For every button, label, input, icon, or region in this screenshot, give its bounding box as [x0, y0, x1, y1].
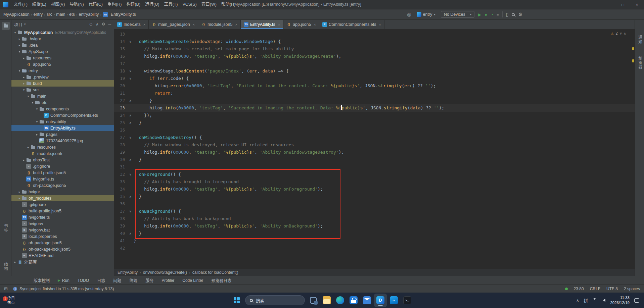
tree-chevron-icon[interactable]: ▸	[17, 37, 22, 41]
minimize-button[interactable]: ─	[602, 0, 616, 9]
code-line-24[interactable]: 24∧ });	[114, 112, 635, 119]
tree-row-hvigorw.bat[interactable]: Bhvigorw.bat	[11, 227, 114, 233]
editor-tab-module.json5[interactable]: {}module.json5×	[198, 20, 241, 29]
menu-item-0[interactable]: 文件(F)	[11, 0, 30, 9]
code-line-35[interactable]: 35∧ }	[114, 193, 635, 200]
menu-item-8[interactable]: 工具(T)	[162, 0, 180, 9]
tree-row-oh-package.json5[interactable]: {}oh-package.json5	[11, 182, 114, 189]
caret-position[interactable]: 23:80	[574, 287, 584, 291]
fold-marker-icon[interactable]: ∨	[127, 171, 134, 178]
fold-marker-icon[interactable]: ∧	[127, 193, 134, 200]
taskbar-app-deveco[interactable]: D	[374, 294, 387, 307]
fold-marker-icon[interactable]: ∨	[127, 134, 134, 141]
tree-row-build-profile.json5[interactable]: {}build-profile.json5	[11, 208, 114, 214]
tree-row-hvigorw[interactable]: ≡hvigorw	[11, 220, 114, 227]
taskbar-app-explorer[interactable]	[320, 294, 333, 307]
maximize-button[interactable]: □	[616, 0, 630, 9]
code-line-16[interactable]: 16 hilog.info(0x0000, 'testTag', '%{publ…	[114, 53, 635, 60]
editor-tab-Index.ets[interactable]: EIndex.ets×	[114, 20, 149, 29]
tree-row-resources[interactable]: ▸resources	[11, 144, 114, 150]
tool-window-button-TODO[interactable]: TODO	[78, 278, 89, 283]
taskbar-app-mail[interactable]	[361, 294, 373, 307]
tree-row-1702344909275.jpg[interactable]: 1702344909275.jpg	[11, 138, 114, 144]
breadcrumb-item[interactable]: MyApplication	[3, 12, 30, 17]
tree-chevron-icon[interactable]: ▾	[30, 101, 35, 104]
menu-item-7[interactable]: 运行(U)	[143, 0, 162, 9]
code-line-22[interactable]: 22∧ }	[114, 97, 635, 104]
code-line-15[interactable]: 15 // Main window is created, set main p…	[114, 45, 635, 53]
tree-chevron-icon[interactable]: ▾	[35, 107, 39, 111]
status-message[interactable]: Sync project finished in 11 s 305 ms (ye…	[19, 287, 114, 291]
editor-breadcrumb-item[interactable]: onWindowStageCreate()	[143, 270, 187, 275]
breadcrumb-item[interactable]: ets	[69, 12, 75, 17]
fold-marker-icon[interactable]: ∧	[127, 97, 134, 104]
settings-gear-icon[interactable]: ⚙	[518, 12, 522, 17]
tree-row-hvigorfile.ts[interactable]: TShvigorfile.ts	[11, 214, 114, 220]
fold-marker-icon[interactable]: ∧	[127, 156, 134, 163]
tab-close-icon[interactable]: ×	[314, 22, 316, 27]
tree-chevron-icon[interactable]: ▸	[21, 75, 26, 79]
taskbar-search[interactable]: 搜索	[245, 295, 305, 305]
code-line-27[interactable]: 27∨ onWindowStageDestroy() {	[114, 134, 635, 141]
code-line-33[interactable]: 33 // Ability has brought to foreground	[114, 178, 635, 186]
code-line-41[interactable]: 41}	[114, 237, 635, 245]
code-line-13[interactable]: 13	[114, 31, 635, 38]
profiler-button[interactable]: ◔	[491, 12, 493, 17]
search-icon[interactable]	[512, 13, 515, 16]
tree-row-app.json5[interactable]: {}app.json5	[11, 61, 114, 67]
tree-row-local.properties[interactable]: Plocal.properties	[11, 233, 114, 240]
tool-window-stripe-预览器[interactable]: 预览器	[637, 56, 643, 70]
breadcrumb-item[interactable]: EntryAbility.ts	[111, 12, 136, 17]
tree-row-MyApplication[interactable]: ▾MyApplicationE:\HarmonyOS\MyApplicatio	[11, 29, 114, 36]
locate-file-icon[interactable]: ⊙	[89, 22, 93, 27]
run-button[interactable]: ▶	[478, 12, 481, 17]
tree-row-oh-package.json5[interactable]: {}oh-package.json5	[11, 240, 114, 246]
indent-setting[interactable]: 2 spaces	[624, 287, 640, 291]
file-encoding[interactable]: UTF-8	[606, 287, 618, 291]
code-line-39[interactable]: 39 hilog.info(0x0000, 'testTag', '%{publ…	[114, 222, 635, 230]
warning-stripe-mark[interactable]	[632, 47, 634, 50]
menu-item-5[interactable]: 重构(R)	[105, 0, 124, 9]
tree-row-build-profile.json5[interactable]: {}build-profile.json5	[11, 169, 114, 176]
tree-row-README.md[interactable]: MREADME.md	[11, 252, 114, 259]
tree-row-AppScope[interactable]: ▾AppScope	[11, 48, 114, 55]
menu-item-3[interactable]: 导航(N)	[67, 0, 86, 9]
code-line-38[interactable]: 38 // Ability has back to background	[114, 215, 635, 222]
menu-item-6[interactable]: 构建(B)	[124, 0, 143, 9]
code-line-37[interactable]: 37∨ onBackground() {	[114, 208, 635, 215]
tool-window-button-版本控制[interactable]: 版本控制	[34, 277, 50, 283]
code-line-21[interactable]: 21 return;	[114, 90, 635, 97]
tool-window-button-Run[interactable]: ▶Run	[58, 278, 70, 283]
code-line-14[interactable]: 14∨ onWindowStageCreate(windowStage: win…	[114, 38, 635, 45]
breadcrumb-item[interactable]: main	[56, 12, 65, 17]
editor-breadcrumb-item[interactable]: EntryAbility	[118, 270, 138, 275]
prev-warning-icon[interactable]: ∧	[624, 32, 626, 35]
tree-row-hvigor[interactable]: ▸hvigor	[11, 189, 114, 195]
tree-row-EntryAbility.ts[interactable]: TSEntryAbility.ts	[11, 125, 114, 131]
tool-window-button-问题[interactable]: 问题	[113, 277, 121, 283]
tree-row-main[interactable]: ▾main	[11, 93, 114, 99]
tree-row-ets[interactable]: ▾ets	[11, 99, 114, 106]
fold-marker-icon[interactable]: ∨	[127, 75, 134, 82]
tree-chevron-icon[interactable]: ▸	[35, 133, 39, 136]
code-line-36[interactable]: 36	[114, 200, 635, 208]
tree-chevron-icon[interactable]: ▾	[26, 95, 31, 98]
start-button[interactable]	[230, 294, 243, 307]
tree-row-.preview[interactable]: ▸.preview	[11, 74, 114, 80]
tree-row-module.json5[interactable]: {}module.json5	[11, 150, 114, 157]
chevron-down-icon[interactable]: ▾	[24, 22, 26, 26]
taskbar-app-vscode[interactable]: ‹›	[387, 294, 400, 307]
tree-row-外部库[interactable]: ▸≣外部库	[11, 259, 114, 265]
notification-center-icon[interactable]	[634, 298, 639, 303]
editor-tab-EntryAbility.ts[interactable]: TSEntryAbility.ts×	[241, 20, 283, 29]
tree-chevron-icon[interactable]: ▸	[26, 146, 31, 149]
tree-chevron-icon[interactable]: ▾	[17, 69, 22, 72]
menu-item-10[interactable]: 窗口(W)	[199, 0, 219, 9]
tree-chevron-icon[interactable]: ▾	[13, 31, 17, 34]
code-line-34[interactable]: 34 hilog.info(0x0000, 'testTag', '%{publ…	[114, 186, 635, 193]
ime-indicator[interactable]: 拼	[584, 297, 588, 304]
tree-row-.idea[interactable]: ▸.idea	[11, 42, 114, 48]
tree-row-src[interactable]: ▾src	[11, 87, 114, 93]
editor-breadcrumb-item[interactable]: callback for loadContent()	[192, 270, 238, 275]
tree-chevron-icon[interactable]: ▸	[21, 82, 26, 85]
